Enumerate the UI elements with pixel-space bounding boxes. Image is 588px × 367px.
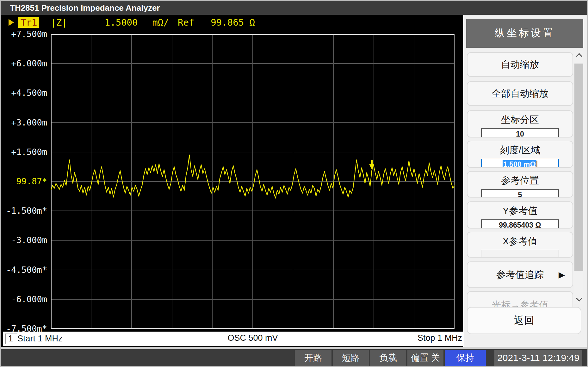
scale-per-division-button[interactable]: 刻度/区域 1.500 mΩ <box>467 141 573 168</box>
divisions-input[interactable]: 10 <box>481 128 559 138</box>
trace-name-badge[interactable]: Tr1 <box>18 17 39 28</box>
app-window: TH2851 Precision Impedance Analyzer Tr1 … <box>0 0 588 367</box>
divisions-button[interactable]: 坐标分区 10 <box>467 110 573 138</box>
y-axis-tick-labels: +7.500m+6.000m+4.500m+3.000m+1.500m99.87… <box>1 34 48 329</box>
load-correction-button[interactable]: 负载 <box>370 350 406 366</box>
trace-status-bar: Tr1 |Z| 1.5000 mΩ/ Ref 99.865 Ω <box>9 16 255 29</box>
active-trace-arrow-icon <box>9 19 14 26</box>
channel-indicator: 1 <box>5 333 17 344</box>
panel-scrollbar[interactable] <box>574 51 583 304</box>
measurement-area: Tr1 |Z| 1.5000 mΩ/ Ref 99.865 Ω +7.500m+… <box>1 15 463 347</box>
y-axis-tick-label: -3.000m <box>1 235 47 245</box>
status-bar-separator <box>1 347 587 349</box>
panel-title: 纵坐标设置 <box>466 19 583 48</box>
x-reference-value-input[interactable] <box>481 250 559 258</box>
window-title: TH2851 Precision Impedance Analyzer <box>1 1 587 15</box>
chevron-down-icon[interactable] <box>576 295 582 302</box>
y-axis-tick-label: +7.500m <box>1 29 47 39</box>
hold-button[interactable]: 保持 <box>445 350 486 366</box>
stop-frequency: Stop 1 MHz <box>418 333 462 343</box>
trace-ref-label: Ref <box>178 17 194 28</box>
trace-scale-value: 1.5000 <box>105 17 138 28</box>
status-bar: 开路 短路 负载 偏置 关 保持 2021-3-11 12:19:49 <box>1 349 587 366</box>
bias-off-button[interactable]: 偏置 关 <box>407 350 443 366</box>
y-reference-value-input[interactable]: 99.865403 Ω <box>481 219 559 229</box>
short-correction-button[interactable]: 短路 <box>333 350 369 366</box>
autoscale-button-label: 自动缩放 <box>501 58 539 71</box>
reference-tracking-button[interactable]: 参考值追踪 ▶ <box>467 261 573 288</box>
y-axis-tick-label: -1.500m* <box>1 206 47 216</box>
y-axis-tick-label: 99.87* <box>1 176 47 186</box>
autoscale-all-button[interactable]: 全部自动缩放 <box>467 81 573 106</box>
trace-marker-arrow-icon <box>369 160 374 169</box>
open-correction-button[interactable]: 开路 <box>295 350 331 366</box>
y-axis-tick-label: +4.500m <box>1 88 47 98</box>
y-axis-tick-label: -6.000m <box>1 294 47 304</box>
vertical-axis-settings-panel: 纵坐标设置 自动缩放 全部自动缩放 坐标分区 10 刻度/区域 1.500 mΩ… <box>463 15 587 347</box>
trace-scale-unit: mΩ/ <box>152 17 169 28</box>
back-button-label: 返回 <box>514 314 534 327</box>
trace-ref-value: 99.865 Ω <box>211 17 255 28</box>
y-axis-tick-label: -4.500m* <box>1 265 47 275</box>
autoscale-button[interactable]: 自动缩放 <box>467 52 573 77</box>
y-axis-tick-label: +1.500m <box>1 147 47 157</box>
y-axis-tick-label: +3.000m <box>1 118 47 127</box>
scale-per-division-input[interactable]: 1.500 mΩ <box>481 159 559 168</box>
divisions-label: 坐标分区 <box>467 113 573 126</box>
text-caret <box>536 161 537 168</box>
x-reference-value-button[interactable]: X参考值 <box>467 232 573 258</box>
trace-plot <box>51 34 455 329</box>
sweep-info-strip: 1Start 1 MHz OSC 500 mV Stop 1 MHz <box>3 332 465 346</box>
scale-per-division-label: 刻度/区域 <box>467 144 573 157</box>
autoscale-all-button-label: 全部自动缩放 <box>492 87 548 100</box>
trace-grid-and-line <box>51 34 455 329</box>
reference-tracking-label: 参考值追踪 <box>496 268 544 281</box>
scrollbar-thumb[interactable] <box>574 64 583 271</box>
selected-text: 1.500 mΩ <box>503 160 536 168</box>
reference-position-button[interactable]: 参考位置 5 <box>467 171 573 198</box>
osc-level-label: OSC 500 mV <box>51 333 455 343</box>
submenu-arrow-icon: ▶ <box>559 270 565 280</box>
reference-position-label: 参考位置 <box>467 174 573 187</box>
x-reference-value-label: X参考值 <box>467 235 573 248</box>
datetime-display: 2021-3-11 12:19:49 <box>494 350 582 366</box>
y-reference-value-button[interactable]: Y参考值 99.865403 Ω <box>467 201 573 229</box>
reference-position-input[interactable]: 5 <box>481 189 559 198</box>
back-button[interactable]: 返回 <box>467 307 581 334</box>
chevron-up-icon[interactable] <box>576 53 582 59</box>
trace-parameter-label: |Z| <box>51 17 67 28</box>
y-axis-tick-label: +6.000m <box>1 58 47 68</box>
y-reference-value-label: Y参考值 <box>467 205 573 217</box>
